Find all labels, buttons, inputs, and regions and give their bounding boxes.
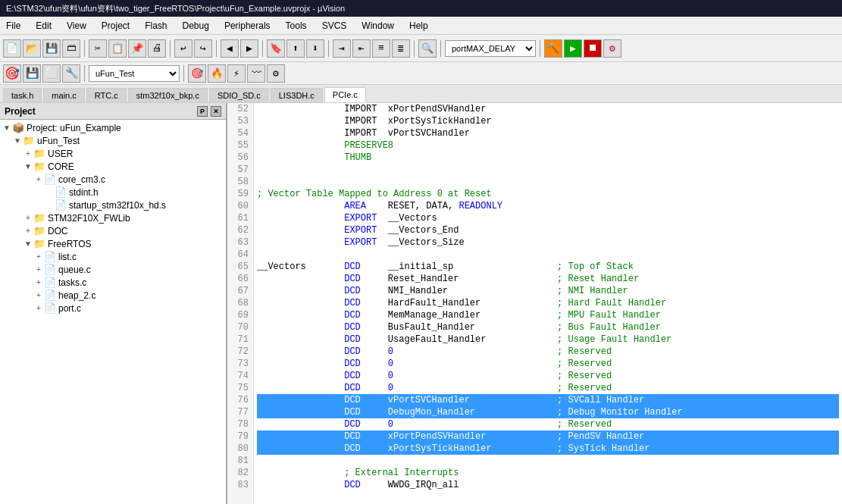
code-line[interactable]: ; External Interrupts (257, 467, 839, 479)
code-line[interactable]: IMPORT xPortPendSVHandler (257, 103, 839, 115)
open-btn[interactable]: 📂 (23, 39, 41, 58)
new-file-btn[interactable]: 📄 (3, 39, 21, 58)
tree-toggle-icon[interactable]: + (33, 265, 44, 274)
code-line[interactable]: DCD DebugMon_Handler ; Debug Monitor Han… (257, 406, 839, 418)
nav-fwd-btn[interactable]: ▶ (240, 39, 258, 58)
tree-item-stm32f10x[interactable]: +📁STM32F10X_FWLib (0, 211, 226, 224)
project-icon-btn[interactable]: 🎯 (3, 64, 21, 83)
code-line[interactable]: DCD NMI_Handler ; NMI Handler (257, 285, 839, 297)
menu-project[interactable]: Project (99, 19, 133, 33)
tree-toggle-icon[interactable]: ▼ (2, 124, 12, 132)
project-dropdown[interactable]: uFun_Test (89, 65, 180, 82)
menu-peripherals[interactable]: Peripherals (221, 19, 274, 33)
menu-flash[interactable]: Flash (142, 19, 170, 33)
flash-btn[interactable]: ⚡ (227, 64, 246, 83)
collapse-btn[interactable]: ≣ (392, 39, 410, 58)
code-line[interactable]: DCD MemManage_Handler ; MPU Fault Handle… (257, 309, 839, 321)
menu-svcs[interactable]: SVCS (319, 19, 350, 33)
tree-toggle-icon[interactable]: ▼ (23, 239, 33, 248)
cut-btn[interactable]: ✂ (89, 39, 107, 58)
find-btn[interactable]: 🔍 (418, 39, 437, 58)
code-line[interactable]: ; Vector Table Mapped to Address 0 at Re… (257, 188, 839, 200)
sidebar-pin-btn[interactable]: P (197, 106, 208, 117)
tree-item-list[interactable]: +📄list.c (0, 250, 226, 263)
tab-main-c[interactable]: main.c (43, 88, 84, 102)
tree-toggle-icon[interactable]: ▼ (12, 136, 23, 145)
menu-tools[interactable]: Tools (283, 19, 310, 33)
tree-toggle-icon[interactable]: + (33, 278, 44, 286)
code-line[interactable]: EXPORT __Vectors_Size (257, 236, 839, 249)
menu-debug[interactable]: Debug (180, 19, 212, 33)
code-line[interactable]: AREA RESET, DATA, READONLY (257, 200, 839, 212)
code-line[interactable]: PRESERVE8 (257, 139, 839, 152)
tree-item-stdint[interactable]: 📄stdint.h (0, 186, 226, 199)
code-line[interactable]: EXPORT __Vectors (257, 212, 839, 224)
code-line[interactable]: DCD 0 ; Reserved (257, 382, 839, 394)
tree-toggle-icon[interactable]: + (33, 291, 44, 299)
settings2-btn[interactable]: ⚙ (267, 64, 285, 83)
tree-item-project-root[interactable]: ▼📦Project: uFun_Example (0, 121, 226, 134)
code-line[interactable]: DCD WWDG_IRQn_all (257, 479, 839, 491)
code-line[interactable]: EXPORT __Vectors_End (257, 224, 839, 236)
bookmark-next-btn[interactable]: ⬇ (306, 39, 324, 58)
tree-item-doc[interactable]: +📁DOC (0, 224, 226, 237)
menu-help[interactable]: Help (406, 19, 431, 33)
outdent-btn[interactable]: ⇤ (352, 39, 371, 58)
config-btn[interactable]: 🔧 (62, 64, 80, 83)
print-btn[interactable]: 🖨 (148, 39, 166, 58)
tree-item-queue[interactable]: +📄queue.c (0, 263, 226, 276)
tab-lis3dh[interactable]: LIS3DH.c (271, 88, 323, 102)
indent-btn[interactable]: ⇥ (333, 39, 351, 58)
save-btn[interactable]: 💾 (42, 39, 61, 58)
code-view[interactable]: 5253545556575859606162636465666768697071… (227, 103, 842, 504)
target-btn[interactable]: 🎯 (188, 64, 206, 83)
build-btn[interactable]: 🔨 (544, 39, 562, 58)
tree-toggle-icon[interactable]: + (23, 149, 33, 158)
tree-item-startup[interactable]: 📄startup_stm32f10x_hd.s (0, 199, 226, 211)
tree-item-core-cm3[interactable]: +📄core_cm3.c (0, 173, 226, 186)
code-line[interactable]: DCD UsageFault_Handler ; Usage Fault Han… (257, 333, 839, 346)
copy-btn[interactable]: 📋 (108, 39, 127, 58)
code-line[interactable] (257, 164, 839, 176)
code-line[interactable]: IMPORT xPortSysTickHandler (257, 115, 839, 127)
code-line[interactable]: DCD xPortSysTickHandler ; SysTick Handle… (257, 443, 839, 455)
menu-window[interactable]: Window (358, 19, 397, 33)
debug-btn[interactable]: ⚙ (603, 39, 621, 58)
code-line[interactable]: DCD 0 ; Reserved (257, 346, 839, 358)
sidebar-close-btn[interactable]: ✕ (211, 106, 221, 117)
tab-sdio[interactable]: SDIO_SD.c (209, 88, 269, 102)
tab-task-h[interactable]: task.h (3, 88, 42, 102)
menu-view[interactable]: View (64, 19, 89, 33)
code-line[interactable] (257, 455, 839, 467)
tree-toggle-icon[interactable]: ▼ (23, 162, 33, 171)
target-dropdown[interactable]: portMAX_DELAY (445, 40, 536, 57)
menu-edit[interactable]: Edit (33, 19, 55, 33)
tab-pcie[interactable]: PCIe.c (324, 87, 366, 102)
tab-stm32-bkp[interactable]: stm32f10x_bkp.c (128, 88, 208, 102)
code-line[interactable]: DCD HardFault_Handler ; Hard Fault Handl… (257, 297, 839, 309)
menu-file[interactable]: File (3, 19, 23, 33)
tree-item-ufun-test[interactable]: ▼📁uFun_Test (0, 134, 226, 147)
tree-toggle-icon[interactable]: + (33, 304, 44, 312)
tree-item-core[interactable]: ▼📁CORE (0, 160, 226, 173)
run-btn[interactable]: ▶ (564, 39, 582, 58)
undo-btn[interactable]: ↩ (174, 39, 193, 58)
code-line[interactable]: THUMB (257, 152, 839, 164)
tree-item-user[interactable]: +📁USER (0, 147, 226, 160)
expand-btn[interactable]: ≡ (372, 39, 390, 58)
redo-btn[interactable]: ↪ (194, 39, 212, 58)
tree-toggle-icon[interactable]: + (23, 227, 33, 235)
code-line[interactable]: DCD vPortSVCHandler ; SVCall Handler (257, 394, 839, 406)
layout-btn[interactable]: ⬜ (42, 64, 61, 83)
tree-item-heap2[interactable]: +📄heap_2.c (0, 289, 226, 302)
code-line[interactable]: DCD 0 ; Reserved (257, 418, 839, 430)
code-line[interactable] (257, 249, 839, 261)
tree-item-port[interactable]: +📄port.c (0, 302, 226, 315)
bookmark-btn[interactable]: 🔖 (267, 39, 285, 58)
code-line[interactable]: DCD BusFault_Handler ; Bus Fault Handler (257, 321, 839, 333)
nav-back-btn[interactable]: ◀ (221, 39, 239, 58)
code-line[interactable]: __Vectors DCD __initial_sp ; Top of Stac… (257, 261, 839, 273)
tree-item-tasks[interactable]: +📄tasks.c (0, 276, 226, 289)
code-line[interactable]: DCD 0 ; Reserved (257, 370, 839, 382)
tab-rtc-c[interactable]: RTC.c (86, 88, 127, 102)
